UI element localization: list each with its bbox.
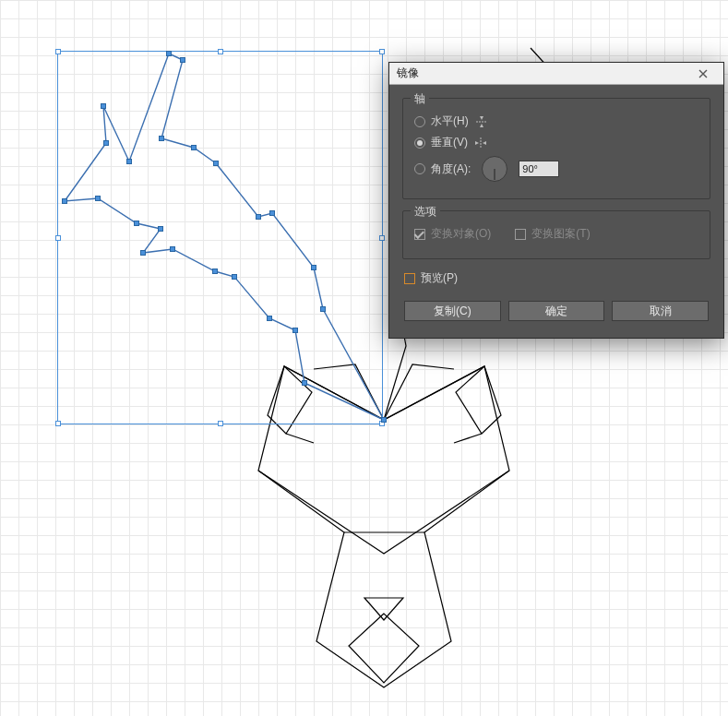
axis-vertical-label: 垂直(V): [431, 135, 468, 150]
transform-objects-label: 变换对象(O): [431, 226, 491, 242]
anchor-point[interactable]: [166, 51, 172, 56]
axis-group-label: 轴: [411, 91, 429, 107]
anchor-point[interactable]: [170, 246, 175, 252]
anchor-point[interactable]: [126, 159, 132, 164]
anchor-point[interactable]: [180, 57, 185, 63]
radio-icon: [414, 116, 425, 127]
resize-handle-w[interactable]: [55, 235, 61, 241]
anchor-point[interactable]: [381, 417, 387, 423]
anchor-point[interactable]: [311, 265, 316, 270]
axis-horizontal-label: 水平(H): [431, 113, 469, 129]
resize-handle-e[interactable]: [379, 235, 385, 241]
transform-pattern-label: 变换图案(T): [531, 226, 590, 242]
copy-button[interactable]: 复制(C): [404, 301, 501, 321]
anchor-point[interactable]: [213, 161, 219, 166]
anchor-point[interactable]: [292, 328, 298, 333]
anchor-point[interactable]: [191, 145, 197, 150]
preview-checkbox[interactable]: [404, 273, 415, 284]
reflect-vertical-icon: [473, 136, 488, 150]
anchor-point[interactable]: [302, 380, 307, 386]
ok-button[interactable]: 确定: [508, 301, 605, 321]
axis-vertical-radio[interactable]: 垂直(V): [414, 135, 698, 150]
radio-icon: [414, 163, 425, 174]
anchor-point[interactable]: [232, 274, 237, 280]
anchor-point[interactable]: [158, 226, 163, 232]
anchor-point[interactable]: [212, 268, 218, 274]
anchor-point[interactable]: [95, 196, 101, 201]
anchor-point[interactable]: [267, 316, 272, 321]
anchor-point[interactable]: [269, 210, 275, 216]
resize-handle-n[interactable]: [218, 49, 223, 54]
transform-pattern-checkbox[interactable]: [515, 229, 526, 240]
options-group-label: 选项: [411, 204, 440, 220]
anchor-point[interactable]: [101, 103, 106, 109]
transform-objects-checkbox[interactable]: [414, 229, 425, 240]
options-group: 选项 变换对象(O) 变换图案(T): [402, 210, 710, 259]
angle-dial[interactable]: [482, 156, 507, 182]
axis-angle-radio[interactable]: 角度(A):: [414, 156, 698, 182]
angle-input[interactable]: [519, 161, 559, 177]
reflect-dialog: 镜像 轴 水平(H) 垂直(V): [388, 62, 724, 339]
close-icon[interactable]: [690, 66, 716, 81]
anchor-point[interactable]: [62, 198, 67, 204]
dialog-titlebar[interactable]: 镜像: [389, 63, 723, 85]
anchor-point[interactable]: [140, 250, 146, 256]
radio-icon: [414, 137, 425, 149]
anchor-point[interactable]: [103, 140, 109, 146]
resize-handle-sw[interactable]: [55, 421, 61, 426]
resize-handle-ne[interactable]: [379, 49, 385, 54]
dialog-title: 镜像: [397, 66, 419, 81]
reflect-horizontal-icon: [474, 114, 489, 129]
resize-handle-nw[interactable]: [55, 49, 61, 54]
anchor-point[interactable]: [159, 136, 164, 141]
preview-label: 预览(P): [421, 270, 458, 286]
anchor-point[interactable]: [320, 306, 326, 312]
axis-horizontal-radio[interactable]: 水平(H): [414, 113, 698, 129]
resize-handle-s[interactable]: [218, 421, 223, 426]
anchor-point[interactable]: [134, 221, 139, 226]
axis-angle-label: 角度(A):: [431, 161, 471, 177]
dialog-button-row: 复制(C) 确定 取消: [402, 297, 710, 323]
anchor-point[interactable]: [256, 214, 261, 220]
cancel-button[interactable]: 取消: [612, 301, 709, 321]
axis-group: 轴 水平(H) 垂直(V) 角度(A):: [402, 98, 710, 199]
